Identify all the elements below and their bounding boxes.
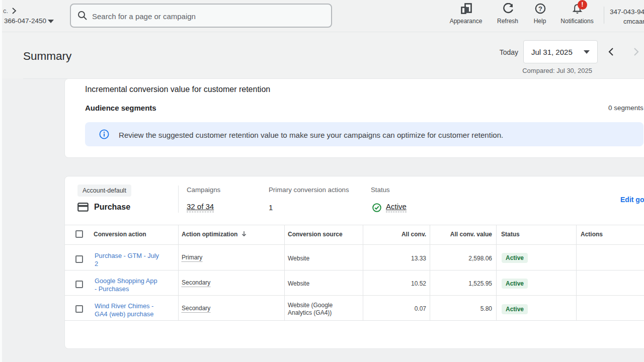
svg-text:?: ? [538,5,542,13]
